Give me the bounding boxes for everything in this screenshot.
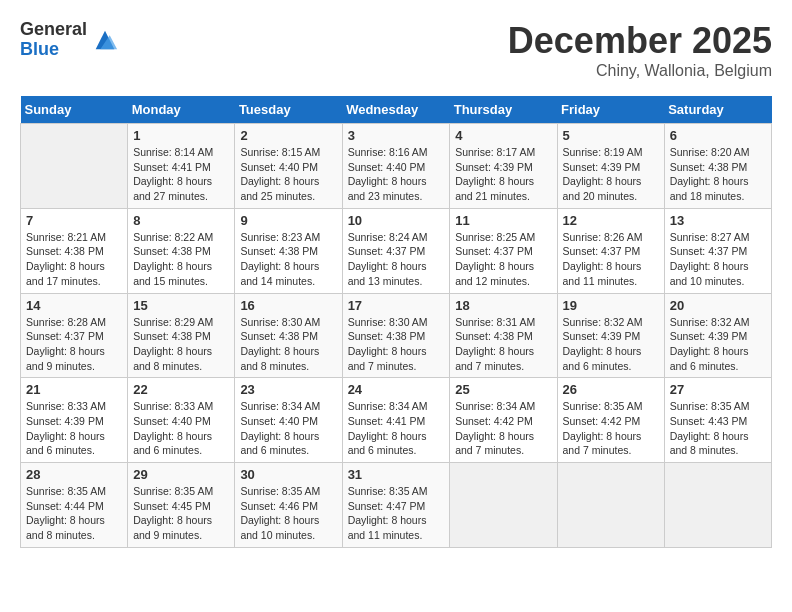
day-info: Sunrise: 8:14 AMSunset: 4:41 PMDaylight:…	[133, 145, 229, 204]
day-cell: 20Sunrise: 8:32 AMSunset: 4:39 PMDayligh…	[664, 293, 771, 378]
logo-icon	[91, 26, 119, 54]
day-info: Sunrise: 8:32 AMSunset: 4:39 PMDaylight:…	[670, 315, 766, 374]
day-cell	[21, 124, 128, 209]
day-number: 1	[133, 128, 229, 143]
day-info: Sunrise: 8:29 AMSunset: 4:38 PMDaylight:…	[133, 315, 229, 374]
day-info: Sunrise: 8:26 AMSunset: 4:37 PMDaylight:…	[563, 230, 659, 289]
day-cell: 10Sunrise: 8:24 AMSunset: 4:37 PMDayligh…	[342, 208, 450, 293]
day-number: 9	[240, 213, 336, 228]
header-cell-wednesday: Wednesday	[342, 96, 450, 124]
week-row-3: 14Sunrise: 8:28 AMSunset: 4:37 PMDayligh…	[21, 293, 772, 378]
week-row-1: 1Sunrise: 8:14 AMSunset: 4:41 PMDaylight…	[21, 124, 772, 209]
day-number: 23	[240, 382, 336, 397]
day-number: 8	[133, 213, 229, 228]
day-number: 12	[563, 213, 659, 228]
day-cell: 1Sunrise: 8:14 AMSunset: 4:41 PMDaylight…	[128, 124, 235, 209]
day-number: 4	[455, 128, 551, 143]
day-number: 29	[133, 467, 229, 482]
day-cell	[557, 463, 664, 548]
day-cell: 30Sunrise: 8:35 AMSunset: 4:46 PMDayligh…	[235, 463, 342, 548]
day-info: Sunrise: 8:20 AMSunset: 4:38 PMDaylight:…	[670, 145, 766, 204]
day-cell: 24Sunrise: 8:34 AMSunset: 4:41 PMDayligh…	[342, 378, 450, 463]
week-row-2: 7Sunrise: 8:21 AMSunset: 4:38 PMDaylight…	[21, 208, 772, 293]
day-info: Sunrise: 8:31 AMSunset: 4:38 PMDaylight:…	[455, 315, 551, 374]
day-cell: 12Sunrise: 8:26 AMSunset: 4:37 PMDayligh…	[557, 208, 664, 293]
day-info: Sunrise: 8:33 AMSunset: 4:39 PMDaylight:…	[26, 399, 122, 458]
day-cell: 26Sunrise: 8:35 AMSunset: 4:42 PMDayligh…	[557, 378, 664, 463]
day-number: 10	[348, 213, 445, 228]
day-info: Sunrise: 8:32 AMSunset: 4:39 PMDaylight:…	[563, 315, 659, 374]
day-info: Sunrise: 8:34 AMSunset: 4:41 PMDaylight:…	[348, 399, 445, 458]
day-info: Sunrise: 8:35 AMSunset: 4:42 PMDaylight:…	[563, 399, 659, 458]
day-info: Sunrise: 8:28 AMSunset: 4:37 PMDaylight:…	[26, 315, 122, 374]
day-number: 7	[26, 213, 122, 228]
day-cell: 7Sunrise: 8:21 AMSunset: 4:38 PMDaylight…	[21, 208, 128, 293]
day-cell	[664, 463, 771, 548]
day-cell: 23Sunrise: 8:34 AMSunset: 4:40 PMDayligh…	[235, 378, 342, 463]
day-info: Sunrise: 8:23 AMSunset: 4:38 PMDaylight:…	[240, 230, 336, 289]
day-info: Sunrise: 8:30 AMSunset: 4:38 PMDaylight:…	[240, 315, 336, 374]
day-cell: 15Sunrise: 8:29 AMSunset: 4:38 PMDayligh…	[128, 293, 235, 378]
logo-blue-text: Blue	[20, 40, 87, 60]
day-cell: 27Sunrise: 8:35 AMSunset: 4:43 PMDayligh…	[664, 378, 771, 463]
day-cell: 9Sunrise: 8:23 AMSunset: 4:38 PMDaylight…	[235, 208, 342, 293]
title-block: December 2025 Chiny, Wallonia, Belgium	[508, 20, 772, 80]
day-number: 21	[26, 382, 122, 397]
day-number: 6	[670, 128, 766, 143]
page-header: General Blue December 2025 Chiny, Wallon…	[20, 20, 772, 80]
day-cell: 29Sunrise: 8:35 AMSunset: 4:45 PMDayligh…	[128, 463, 235, 548]
day-number: 26	[563, 382, 659, 397]
day-info: Sunrise: 8:22 AMSunset: 4:38 PMDaylight:…	[133, 230, 229, 289]
header-cell-saturday: Saturday	[664, 96, 771, 124]
logo: General Blue	[20, 20, 119, 60]
week-row-4: 21Sunrise: 8:33 AMSunset: 4:39 PMDayligh…	[21, 378, 772, 463]
day-number: 25	[455, 382, 551, 397]
day-cell: 11Sunrise: 8:25 AMSunset: 4:37 PMDayligh…	[450, 208, 557, 293]
day-cell: 8Sunrise: 8:22 AMSunset: 4:38 PMDaylight…	[128, 208, 235, 293]
day-cell: 28Sunrise: 8:35 AMSunset: 4:44 PMDayligh…	[21, 463, 128, 548]
day-number: 16	[240, 298, 336, 313]
day-cell: 3Sunrise: 8:16 AMSunset: 4:40 PMDaylight…	[342, 124, 450, 209]
day-number: 19	[563, 298, 659, 313]
day-cell: 18Sunrise: 8:31 AMSunset: 4:38 PMDayligh…	[450, 293, 557, 378]
day-cell: 22Sunrise: 8:33 AMSunset: 4:40 PMDayligh…	[128, 378, 235, 463]
day-info: Sunrise: 8:35 AMSunset: 4:46 PMDaylight:…	[240, 484, 336, 543]
header-row: SundayMondayTuesdayWednesdayThursdayFrid…	[21, 96, 772, 124]
day-info: Sunrise: 8:35 AMSunset: 4:43 PMDaylight:…	[670, 399, 766, 458]
day-number: 30	[240, 467, 336, 482]
day-number: 24	[348, 382, 445, 397]
day-cell: 4Sunrise: 8:17 AMSunset: 4:39 PMDaylight…	[450, 124, 557, 209]
day-cell: 25Sunrise: 8:34 AMSunset: 4:42 PMDayligh…	[450, 378, 557, 463]
day-info: Sunrise: 8:27 AMSunset: 4:37 PMDaylight:…	[670, 230, 766, 289]
day-cell: 21Sunrise: 8:33 AMSunset: 4:39 PMDayligh…	[21, 378, 128, 463]
day-info: Sunrise: 8:35 AMSunset: 4:44 PMDaylight:…	[26, 484, 122, 543]
day-number: 20	[670, 298, 766, 313]
day-info: Sunrise: 8:24 AMSunset: 4:37 PMDaylight:…	[348, 230, 445, 289]
day-number: 22	[133, 382, 229, 397]
day-info: Sunrise: 8:33 AMSunset: 4:40 PMDaylight:…	[133, 399, 229, 458]
header-cell-friday: Friday	[557, 96, 664, 124]
day-cell: 16Sunrise: 8:30 AMSunset: 4:38 PMDayligh…	[235, 293, 342, 378]
day-cell: 14Sunrise: 8:28 AMSunset: 4:37 PMDayligh…	[21, 293, 128, 378]
day-number: 2	[240, 128, 336, 143]
day-cell	[450, 463, 557, 548]
day-cell: 13Sunrise: 8:27 AMSunset: 4:37 PMDayligh…	[664, 208, 771, 293]
day-cell: 31Sunrise: 8:35 AMSunset: 4:47 PMDayligh…	[342, 463, 450, 548]
day-info: Sunrise: 8:30 AMSunset: 4:38 PMDaylight:…	[348, 315, 445, 374]
day-info: Sunrise: 8:34 AMSunset: 4:40 PMDaylight:…	[240, 399, 336, 458]
day-info: Sunrise: 8:34 AMSunset: 4:42 PMDaylight:…	[455, 399, 551, 458]
main-title: December 2025	[508, 20, 772, 62]
day-info: Sunrise: 8:19 AMSunset: 4:39 PMDaylight:…	[563, 145, 659, 204]
day-cell: 5Sunrise: 8:19 AMSunset: 4:39 PMDaylight…	[557, 124, 664, 209]
header-cell-sunday: Sunday	[21, 96, 128, 124]
day-info: Sunrise: 8:25 AMSunset: 4:37 PMDaylight:…	[455, 230, 551, 289]
subtitle: Chiny, Wallonia, Belgium	[508, 62, 772, 80]
day-number: 27	[670, 382, 766, 397]
day-number: 14	[26, 298, 122, 313]
day-info: Sunrise: 8:17 AMSunset: 4:39 PMDaylight:…	[455, 145, 551, 204]
day-cell: 17Sunrise: 8:30 AMSunset: 4:38 PMDayligh…	[342, 293, 450, 378]
calendar-table: SundayMondayTuesdayWednesdayThursdayFrid…	[20, 96, 772, 548]
day-number: 5	[563, 128, 659, 143]
header-cell-monday: Monday	[128, 96, 235, 124]
day-number: 11	[455, 213, 551, 228]
